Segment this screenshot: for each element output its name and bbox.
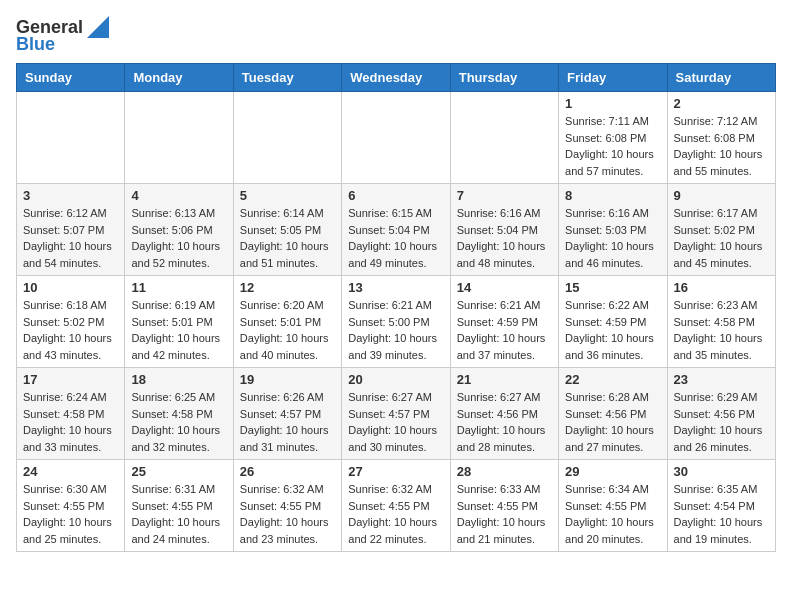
day-cell: 12Sunrise: 6:20 AMSunset: 5:01 PMDayligh… — [233, 276, 341, 368]
svg-marker-0 — [87, 16, 109, 38]
day-number: 18 — [131, 372, 226, 387]
day-number: 16 — [674, 280, 769, 295]
day-cell: 16Sunrise: 6:23 AMSunset: 4:58 PMDayligh… — [667, 276, 775, 368]
weekday-header-monday: Monday — [125, 64, 233, 92]
day-number: 20 — [348, 372, 443, 387]
day-number: 25 — [131, 464, 226, 479]
day-cell: 25Sunrise: 6:31 AMSunset: 4:55 PMDayligh… — [125, 460, 233, 552]
day-number: 13 — [348, 280, 443, 295]
logo: General Blue — [16, 16, 109, 55]
day-number: 15 — [565, 280, 660, 295]
header: General Blue — [16, 16, 776, 55]
day-cell: 24Sunrise: 6:30 AMSunset: 4:55 PMDayligh… — [17, 460, 125, 552]
day-number: 14 — [457, 280, 552, 295]
day-info: Sunrise: 6:17 AMSunset: 5:02 PMDaylight:… — [674, 205, 769, 271]
day-cell: 15Sunrise: 6:22 AMSunset: 4:59 PMDayligh… — [559, 276, 667, 368]
day-cell: 13Sunrise: 6:21 AMSunset: 5:00 PMDayligh… — [342, 276, 450, 368]
day-number: 17 — [23, 372, 118, 387]
day-number: 19 — [240, 372, 335, 387]
weekday-header-tuesday: Tuesday — [233, 64, 341, 92]
week-row-4: 24Sunrise: 6:30 AMSunset: 4:55 PMDayligh… — [17, 460, 776, 552]
day-cell: 19Sunrise: 6:26 AMSunset: 4:57 PMDayligh… — [233, 368, 341, 460]
weekday-header-thursday: Thursday — [450, 64, 558, 92]
day-number: 21 — [457, 372, 552, 387]
day-number: 26 — [240, 464, 335, 479]
day-number: 23 — [674, 372, 769, 387]
day-cell: 30Sunrise: 6:35 AMSunset: 4:54 PMDayligh… — [667, 460, 775, 552]
day-cell: 1Sunrise: 7:11 AMSunset: 6:08 PMDaylight… — [559, 92, 667, 184]
day-info: Sunrise: 6:34 AMSunset: 4:55 PMDaylight:… — [565, 481, 660, 547]
day-cell — [125, 92, 233, 184]
day-cell: 3Sunrise: 6:12 AMSunset: 5:07 PMDaylight… — [17, 184, 125, 276]
day-number: 29 — [565, 464, 660, 479]
day-info: Sunrise: 6:24 AMSunset: 4:58 PMDaylight:… — [23, 389, 118, 455]
day-info: Sunrise: 6:21 AMSunset: 4:59 PMDaylight:… — [457, 297, 552, 363]
day-number: 12 — [240, 280, 335, 295]
day-cell: 20Sunrise: 6:27 AMSunset: 4:57 PMDayligh… — [342, 368, 450, 460]
day-info: Sunrise: 6:29 AMSunset: 4:56 PMDaylight:… — [674, 389, 769, 455]
day-cell: 11Sunrise: 6:19 AMSunset: 5:01 PMDayligh… — [125, 276, 233, 368]
week-row-2: 10Sunrise: 6:18 AMSunset: 5:02 PMDayligh… — [17, 276, 776, 368]
day-info: Sunrise: 7:11 AMSunset: 6:08 PMDaylight:… — [565, 113, 660, 179]
day-number: 27 — [348, 464, 443, 479]
day-info: Sunrise: 7:12 AMSunset: 6:08 PMDaylight:… — [674, 113, 769, 179]
day-info: Sunrise: 6:27 AMSunset: 4:57 PMDaylight:… — [348, 389, 443, 455]
week-row-3: 17Sunrise: 6:24 AMSunset: 4:58 PMDayligh… — [17, 368, 776, 460]
week-row-1: 3Sunrise: 6:12 AMSunset: 5:07 PMDaylight… — [17, 184, 776, 276]
day-info: Sunrise: 6:15 AMSunset: 5:04 PMDaylight:… — [348, 205, 443, 271]
day-number: 6 — [348, 188, 443, 203]
day-cell: 5Sunrise: 6:14 AMSunset: 5:05 PMDaylight… — [233, 184, 341, 276]
day-cell — [342, 92, 450, 184]
day-cell: 17Sunrise: 6:24 AMSunset: 4:58 PMDayligh… — [17, 368, 125, 460]
day-number: 24 — [23, 464, 118, 479]
day-info: Sunrise: 6:16 AMSunset: 5:04 PMDaylight:… — [457, 205, 552, 271]
day-cell: 26Sunrise: 6:32 AMSunset: 4:55 PMDayligh… — [233, 460, 341, 552]
day-cell: 29Sunrise: 6:34 AMSunset: 4:55 PMDayligh… — [559, 460, 667, 552]
day-number: 1 — [565, 96, 660, 111]
day-cell: 23Sunrise: 6:29 AMSunset: 4:56 PMDayligh… — [667, 368, 775, 460]
day-info: Sunrise: 6:25 AMSunset: 4:58 PMDaylight:… — [131, 389, 226, 455]
day-info: Sunrise: 6:16 AMSunset: 5:03 PMDaylight:… — [565, 205, 660, 271]
day-number: 8 — [565, 188, 660, 203]
day-cell: 9Sunrise: 6:17 AMSunset: 5:02 PMDaylight… — [667, 184, 775, 276]
weekday-header-row: SundayMondayTuesdayWednesdayThursdayFrid… — [17, 64, 776, 92]
day-number: 30 — [674, 464, 769, 479]
week-row-0: 1Sunrise: 7:11 AMSunset: 6:08 PMDaylight… — [17, 92, 776, 184]
day-number: 10 — [23, 280, 118, 295]
day-info: Sunrise: 6:35 AMSunset: 4:54 PMDaylight:… — [674, 481, 769, 547]
logo-blue-text: Blue — [16, 34, 55, 55]
day-info: Sunrise: 6:22 AMSunset: 4:59 PMDaylight:… — [565, 297, 660, 363]
weekday-header-friday: Friday — [559, 64, 667, 92]
day-cell: 27Sunrise: 6:32 AMSunset: 4:55 PMDayligh… — [342, 460, 450, 552]
day-number: 11 — [131, 280, 226, 295]
day-info: Sunrise: 6:13 AMSunset: 5:06 PMDaylight:… — [131, 205, 226, 271]
day-number: 5 — [240, 188, 335, 203]
day-info: Sunrise: 6:20 AMSunset: 5:01 PMDaylight:… — [240, 297, 335, 363]
day-cell: 4Sunrise: 6:13 AMSunset: 5:06 PMDaylight… — [125, 184, 233, 276]
day-cell: 6Sunrise: 6:15 AMSunset: 5:04 PMDaylight… — [342, 184, 450, 276]
day-number: 4 — [131, 188, 226, 203]
day-info: Sunrise: 6:18 AMSunset: 5:02 PMDaylight:… — [23, 297, 118, 363]
weekday-header-saturday: Saturday — [667, 64, 775, 92]
logo-icon — [87, 16, 109, 38]
day-number: 2 — [674, 96, 769, 111]
day-info: Sunrise: 6:31 AMSunset: 4:55 PMDaylight:… — [131, 481, 226, 547]
day-cell — [450, 92, 558, 184]
day-cell: 28Sunrise: 6:33 AMSunset: 4:55 PMDayligh… — [450, 460, 558, 552]
day-cell: 8Sunrise: 6:16 AMSunset: 5:03 PMDaylight… — [559, 184, 667, 276]
day-info: Sunrise: 6:30 AMSunset: 4:55 PMDaylight:… — [23, 481, 118, 547]
day-cell — [233, 92, 341, 184]
day-info: Sunrise: 6:33 AMSunset: 4:55 PMDaylight:… — [457, 481, 552, 547]
day-info: Sunrise: 6:14 AMSunset: 5:05 PMDaylight:… — [240, 205, 335, 271]
day-number: 3 — [23, 188, 118, 203]
day-cell: 7Sunrise: 6:16 AMSunset: 5:04 PMDaylight… — [450, 184, 558, 276]
day-number: 28 — [457, 464, 552, 479]
weekday-header-sunday: Sunday — [17, 64, 125, 92]
day-info: Sunrise: 6:23 AMSunset: 4:58 PMDaylight:… — [674, 297, 769, 363]
day-info: Sunrise: 6:28 AMSunset: 4:56 PMDaylight:… — [565, 389, 660, 455]
day-cell: 22Sunrise: 6:28 AMSunset: 4:56 PMDayligh… — [559, 368, 667, 460]
day-info: Sunrise: 6:21 AMSunset: 5:00 PMDaylight:… — [348, 297, 443, 363]
day-number: 7 — [457, 188, 552, 203]
day-info: Sunrise: 6:26 AMSunset: 4:57 PMDaylight:… — [240, 389, 335, 455]
day-info: Sunrise: 6:12 AMSunset: 5:07 PMDaylight:… — [23, 205, 118, 271]
